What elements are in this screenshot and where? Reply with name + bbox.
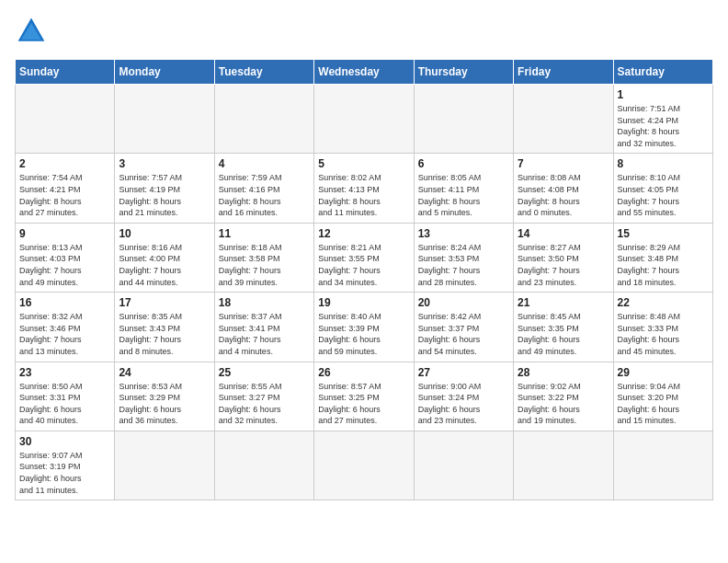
header-tuesday: Tuesday bbox=[214, 60, 313, 85]
calendar-cell: 7Sunrise: 8:08 AM Sunset: 4:08 PM Daylig… bbox=[514, 154, 613, 223]
calendar-cell: 16Sunrise: 8:32 AM Sunset: 3:46 PM Dayli… bbox=[16, 293, 115, 362]
day-info: Sunrise: 8:35 AM Sunset: 3:43 PM Dayligh… bbox=[119, 311, 210, 357]
week-row-4: 16Sunrise: 8:32 AM Sunset: 3:46 PM Dayli… bbox=[16, 293, 713, 362]
calendar-cell: 27Sunrise: 9:00 AM Sunset: 3:24 PM Dayli… bbox=[414, 362, 513, 431]
calendar-cell bbox=[314, 85, 414, 154]
calendar-cell bbox=[214, 85, 313, 154]
calendar-cell: 26Sunrise: 8:57 AM Sunset: 3:25 PM Dayli… bbox=[314, 362, 414, 431]
week-row-1: 1Sunrise: 7:51 AM Sunset: 4:24 PM Daylig… bbox=[16, 85, 713, 154]
header-sunday: Sunday bbox=[16, 60, 115, 85]
day-number: 16 bbox=[19, 296, 110, 309]
week-row-3: 9Sunrise: 8:13 AM Sunset: 4:03 PM Daylig… bbox=[16, 223, 713, 292]
day-number: 11 bbox=[219, 227, 310, 240]
calendar-cell: 21Sunrise: 8:45 AM Sunset: 3:35 PM Dayli… bbox=[514, 293, 613, 362]
day-number: 21 bbox=[518, 296, 609, 309]
day-info: Sunrise: 8:45 AM Sunset: 3:35 PM Dayligh… bbox=[518, 311, 609, 357]
calendar-cell: 3Sunrise: 7:57 AM Sunset: 4:19 PM Daylig… bbox=[115, 154, 214, 223]
calendar-cell: 8Sunrise: 8:10 AM Sunset: 4:05 PM Daylig… bbox=[613, 154, 712, 223]
header-thursday: Thursday bbox=[414, 60, 513, 85]
calendar-cell: 20Sunrise: 8:42 AM Sunset: 3:37 PM Dayli… bbox=[414, 293, 513, 362]
day-number: 19 bbox=[318, 296, 409, 309]
page-header bbox=[15, 15, 713, 48]
calendar-cell bbox=[115, 431, 214, 500]
day-info: Sunrise: 8:13 AM Sunset: 4:03 PM Dayligh… bbox=[19, 242, 110, 288]
day-info: Sunrise: 8:32 AM Sunset: 3:46 PM Dayligh… bbox=[19, 311, 110, 357]
calendar-cell bbox=[514, 431, 613, 500]
day-number: 30 bbox=[19, 435, 110, 448]
day-number: 4 bbox=[219, 157, 310, 170]
calendar-cell: 15Sunrise: 8:29 AM Sunset: 3:48 PM Dayli… bbox=[613, 223, 712, 292]
header-saturday: Saturday bbox=[613, 60, 712, 85]
day-info: Sunrise: 8:16 AM Sunset: 4:00 PM Dayligh… bbox=[119, 242, 210, 288]
calendar-cell: 22Sunrise: 8:48 AM Sunset: 3:33 PM Dayli… bbox=[613, 293, 712, 362]
calendar-cell: 14Sunrise: 8:27 AM Sunset: 3:50 PM Dayli… bbox=[514, 223, 613, 292]
calendar-cell bbox=[115, 85, 214, 154]
calendar-cell: 1Sunrise: 7:51 AM Sunset: 4:24 PM Daylig… bbox=[613, 85, 712, 154]
calendar-cell bbox=[414, 431, 513, 500]
day-info: Sunrise: 8:53 AM Sunset: 3:29 PM Dayligh… bbox=[119, 381, 210, 427]
day-number: 26 bbox=[318, 366, 409, 379]
calendar-cell bbox=[16, 85, 115, 154]
day-info: Sunrise: 7:51 AM Sunset: 4:24 PM Dayligh… bbox=[618, 103, 709, 149]
day-number: 8 bbox=[618, 157, 709, 170]
calendar-cell bbox=[214, 431, 313, 500]
header-friday: Friday bbox=[514, 60, 613, 85]
calendar-cell: 9Sunrise: 8:13 AM Sunset: 4:03 PM Daylig… bbox=[16, 223, 115, 292]
calendar-cell: 18Sunrise: 8:37 AM Sunset: 3:41 PM Dayli… bbox=[214, 293, 313, 362]
day-number: 2 bbox=[19, 157, 110, 170]
calendar-cell: 10Sunrise: 8:16 AM Sunset: 4:00 PM Dayli… bbox=[115, 223, 214, 292]
calendar-cell bbox=[613, 431, 712, 500]
day-number: 1 bbox=[618, 88, 709, 101]
day-number: 9 bbox=[19, 227, 110, 240]
day-info: Sunrise: 8:02 AM Sunset: 4:13 PM Dayligh… bbox=[318, 172, 409, 218]
day-info: Sunrise: 8:50 AM Sunset: 3:31 PM Dayligh… bbox=[19, 381, 110, 427]
calendar-cell: 13Sunrise: 8:24 AM Sunset: 3:53 PM Dayli… bbox=[414, 223, 513, 292]
calendar-cell: 17Sunrise: 8:35 AM Sunset: 3:43 PM Dayli… bbox=[115, 293, 214, 362]
day-info: Sunrise: 8:48 AM Sunset: 3:33 PM Dayligh… bbox=[618, 311, 709, 357]
day-info: Sunrise: 8:08 AM Sunset: 4:08 PM Dayligh… bbox=[518, 172, 609, 218]
day-info: Sunrise: 8:40 AM Sunset: 3:39 PM Dayligh… bbox=[318, 311, 409, 357]
day-number: 28 bbox=[518, 366, 609, 379]
day-info: Sunrise: 8:24 AM Sunset: 3:53 PM Dayligh… bbox=[418, 242, 509, 288]
day-info: Sunrise: 8:42 AM Sunset: 3:37 PM Dayligh… bbox=[418, 311, 509, 357]
calendar-cell: 6Sunrise: 8:05 AM Sunset: 4:11 PM Daylig… bbox=[414, 154, 513, 223]
calendar-cell: 23Sunrise: 8:50 AM Sunset: 3:31 PM Dayli… bbox=[16, 362, 115, 431]
calendar-cell: 25Sunrise: 8:55 AM Sunset: 3:27 PM Dayli… bbox=[214, 362, 313, 431]
week-row-2: 2Sunrise: 7:54 AM Sunset: 4:21 PM Daylig… bbox=[16, 154, 713, 223]
logo bbox=[15, 15, 53, 48]
calendar-cell: 4Sunrise: 7:59 AM Sunset: 4:16 PM Daylig… bbox=[214, 154, 313, 223]
day-number: 6 bbox=[418, 157, 509, 170]
calendar-cell: 11Sunrise: 8:18 AM Sunset: 3:58 PM Dayli… bbox=[214, 223, 313, 292]
day-number: 24 bbox=[119, 366, 210, 379]
header-row: SundayMondayTuesdayWednesdayThursdayFrid… bbox=[16, 60, 713, 85]
calendar-table: SundayMondayTuesdayWednesdayThursdayFrid… bbox=[15, 59, 713, 500]
day-number: 22 bbox=[618, 296, 709, 309]
day-info: Sunrise: 9:02 AM Sunset: 3:22 PM Dayligh… bbox=[518, 381, 609, 427]
day-info: Sunrise: 8:10 AM Sunset: 4:05 PM Dayligh… bbox=[618, 172, 709, 218]
calendar-cell: 24Sunrise: 8:53 AM Sunset: 3:29 PM Dayli… bbox=[115, 362, 214, 431]
day-info: Sunrise: 8:37 AM Sunset: 3:41 PM Dayligh… bbox=[219, 311, 310, 357]
day-info: Sunrise: 9:04 AM Sunset: 3:20 PM Dayligh… bbox=[618, 381, 709, 427]
calendar-cell: 5Sunrise: 8:02 AM Sunset: 4:13 PM Daylig… bbox=[314, 154, 414, 223]
day-number: 5 bbox=[318, 157, 409, 170]
day-number: 27 bbox=[418, 366, 509, 379]
day-info: Sunrise: 9:00 AM Sunset: 3:24 PM Dayligh… bbox=[418, 381, 509, 427]
week-row-5: 23Sunrise: 8:50 AM Sunset: 3:31 PM Dayli… bbox=[16, 362, 713, 431]
day-number: 15 bbox=[618, 227, 709, 240]
calendar-cell bbox=[314, 431, 414, 500]
day-number: 17 bbox=[119, 296, 210, 309]
day-info: Sunrise: 8:57 AM Sunset: 3:25 PM Dayligh… bbox=[318, 381, 409, 427]
day-number: 13 bbox=[418, 227, 509, 240]
header-monday: Monday bbox=[115, 60, 214, 85]
day-number: 7 bbox=[518, 157, 609, 170]
header-wednesday: Wednesday bbox=[314, 60, 414, 85]
day-number: 10 bbox=[119, 227, 210, 240]
day-info: Sunrise: 8:21 AM Sunset: 3:55 PM Dayligh… bbox=[318, 242, 409, 288]
calendar-cell: 2Sunrise: 7:54 AM Sunset: 4:21 PM Daylig… bbox=[16, 154, 115, 223]
calendar-cell: 30Sunrise: 9:07 AM Sunset: 3:19 PM Dayli… bbox=[16, 431, 115, 500]
week-row-6: 30Sunrise: 9:07 AM Sunset: 3:19 PM Dayli… bbox=[16, 431, 713, 500]
calendar-cell: 19Sunrise: 8:40 AM Sunset: 3:39 PM Dayli… bbox=[314, 293, 414, 362]
day-info: Sunrise: 8:05 AM Sunset: 4:11 PM Dayligh… bbox=[418, 172, 509, 218]
day-number: 20 bbox=[418, 296, 509, 309]
day-info: Sunrise: 8:55 AM Sunset: 3:27 PM Dayligh… bbox=[219, 381, 310, 427]
